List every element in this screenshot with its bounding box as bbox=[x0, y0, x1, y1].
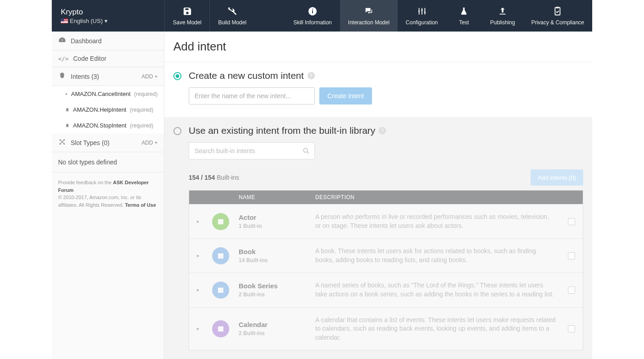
clipboard-check-icon bbox=[553, 6, 562, 17]
svg-rect-7 bbox=[557, 7, 559, 9]
flag-us-icon bbox=[61, 18, 68, 23]
info-icon bbox=[308, 6, 317, 17]
create-intent-button[interactable]: Create Intent bbox=[319, 87, 372, 105]
table-row: ▸Book Series2 Built-insA named series of… bbox=[189, 273, 583, 307]
tab-interaction-model[interactable]: Interaction Model bbox=[340, 0, 398, 32]
topbar: Krypto English (US) ▾ Save Model Build M… bbox=[52, 0, 592, 32]
row-name: Calendar bbox=[239, 321, 268, 328]
option-title-custom: Create a new custom intent bbox=[189, 70, 304, 81]
sidebar-item-slot-types[interactable]: Slot Types (0) ADD + bbox=[52, 133, 164, 152]
row-name: Book Series bbox=[239, 282, 278, 290]
svg-rect-2 bbox=[312, 9, 313, 10]
sidebar-footer: Provide feedback on the ASK Developer Fo… bbox=[52, 173, 164, 215]
tab-privacy-compliance[interactable]: Privacy & Compliance bbox=[523, 0, 592, 32]
svg-point-5 bbox=[424, 12, 426, 14]
category-icon bbox=[212, 247, 229, 264]
add-intent-link[interactable]: ADD + bbox=[141, 73, 158, 80]
upload-icon bbox=[498, 6, 508, 17]
svg-rect-1 bbox=[312, 10, 313, 13]
row-checkbox[interactable] bbox=[568, 325, 575, 332]
row-label: Dashboard bbox=[71, 37, 158, 45]
terms-link[interactable]: Terms of Use bbox=[125, 202, 156, 208]
help-icon[interactable]: ? bbox=[379, 127, 386, 134]
row-label: Intents (3) bbox=[71, 73, 99, 80]
svg-line-13 bbox=[307, 152, 309, 154]
add-slot-type-link[interactable]: ADD + bbox=[141, 140, 158, 146]
th-description: DESCRIPTION bbox=[311, 191, 560, 204]
tab-label: Skill Information bbox=[293, 19, 331, 26]
tab-configuration[interactable]: Configuration bbox=[398, 0, 446, 32]
tab-skill-information[interactable]: Skill Information bbox=[285, 0, 340, 32]
svg-rect-18 bbox=[218, 289, 223, 293]
row-label: Slot Types (0) bbox=[71, 139, 109, 146]
add-intents-button[interactable]: Add intents (0) bbox=[531, 169, 583, 186]
required-label: (required) bbox=[134, 91, 158, 97]
svg-rect-20 bbox=[218, 327, 223, 332]
th-name: NAME bbox=[234, 191, 311, 204]
save-label: Save Model bbox=[173, 19, 201, 26]
row-name: Actor bbox=[239, 214, 256, 221]
svg-rect-21 bbox=[218, 327, 223, 328]
sidebar-item-code-editor[interactable]: </> Code Editor bbox=[52, 50, 164, 67]
row-description: A calendar that contains a list of event… bbox=[311, 308, 560, 350]
expand-caret-icon[interactable]: ▸ bbox=[197, 218, 200, 224]
row-checkbox[interactable] bbox=[568, 252, 575, 259]
search-builtin-input[interactable] bbox=[189, 142, 315, 159]
row-count: 1 Built-in bbox=[239, 223, 262, 229]
tab-label: Test bbox=[459, 19, 469, 26]
build-model-button[interactable]: Build Model bbox=[209, 0, 254, 32]
row-name: Book bbox=[239, 248, 256, 255]
svg-point-4 bbox=[421, 9, 423, 11]
category-icon bbox=[212, 213, 229, 230]
tab-test[interactable]: Test bbox=[446, 0, 482, 32]
intent-name: AMAZON.HelpIntent bbox=[73, 106, 127, 113]
category-icon bbox=[212, 282, 229, 299]
required-label: (required) bbox=[130, 107, 154, 113]
code-icon: </> bbox=[58, 55, 68, 62]
radio-create-custom[interactable] bbox=[173, 72, 181, 80]
svg-rect-14 bbox=[218, 220, 223, 224]
search-icon bbox=[302, 147, 310, 156]
chevron-down-icon: ▾ bbox=[104, 18, 108, 24]
expand-caret-icon[interactable]: ▸ bbox=[197, 253, 200, 259]
head-icon bbox=[58, 72, 66, 81]
expand-caret-icon[interactable]: ▸ bbox=[197, 287, 200, 293]
category-icon bbox=[212, 320, 229, 337]
tab-label: Publishing bbox=[490, 19, 515, 26]
table-row: ▸Calendar2 Built-insA calendar that cont… bbox=[189, 307, 583, 350]
svg-rect-17 bbox=[218, 254, 223, 255]
row-label: Code Editor bbox=[73, 55, 158, 62]
svg-rect-16 bbox=[218, 254, 223, 259]
chat-icon bbox=[363, 6, 374, 17]
sidebar-item-dashboard[interactable]: Dashboard bbox=[52, 32, 164, 50]
bookmark-icon bbox=[65, 123, 69, 128]
table-row: ▸Book14 Built-insA book. These intents l… bbox=[189, 238, 583, 273]
row-checkbox[interactable] bbox=[568, 218, 575, 225]
row-count: 2 Built-ins bbox=[239, 291, 265, 298]
sidebar: Dashboard </> Code Editor Intents (3) AD… bbox=[52, 32, 164, 359]
row-description: A person who performs in live or recorde… bbox=[311, 204, 560, 238]
bookmark-icon bbox=[65, 107, 69, 113]
radio-builtin-library[interactable] bbox=[173, 127, 181, 135]
row-checkbox[interactable] bbox=[568, 286, 575, 294]
tab-label: Interaction Model bbox=[348, 19, 390, 26]
locale-selector[interactable]: English (US) ▾ bbox=[61, 18, 155, 24]
help-icon[interactable]: ? bbox=[308, 72, 315, 79]
skill-name: Krypto bbox=[61, 8, 155, 17]
expand-caret-icon[interactable]: ▸ bbox=[197, 326, 200, 332]
option-title-library: Use an existing intent from the built-in… bbox=[189, 125, 375, 136]
tools-icon bbox=[227, 6, 237, 17]
slot-types-empty: No slot types defined bbox=[52, 152, 164, 172]
builtin-table: NAME DESCRIPTION ▸Actor1 Built-inA perso… bbox=[189, 190, 583, 350]
save-model-button[interactable]: Save Model bbox=[164, 0, 209, 32]
sidebar-item-intents[interactable]: Intents (3) ADD + bbox=[52, 67, 164, 86]
sidebar-intent-item[interactable]: AMAZON.StopIntent (required) bbox=[52, 118, 164, 133]
row-count: 2 Built-ins bbox=[239, 330, 265, 336]
gauge-icon bbox=[58, 36, 66, 45]
sidebar-intent-item[interactable]: AMAZON.CancelIntent (required) bbox=[52, 86, 164, 102]
flask-icon bbox=[459, 6, 468, 17]
new-intent-input[interactable] bbox=[189, 87, 315, 105]
locale-label: English (US) bbox=[70, 18, 103, 24]
tab-publishing[interactable]: Publishing bbox=[482, 0, 523, 32]
sidebar-intent-item[interactable]: AMAZON.HelpIntent (required) bbox=[52, 102, 164, 118]
